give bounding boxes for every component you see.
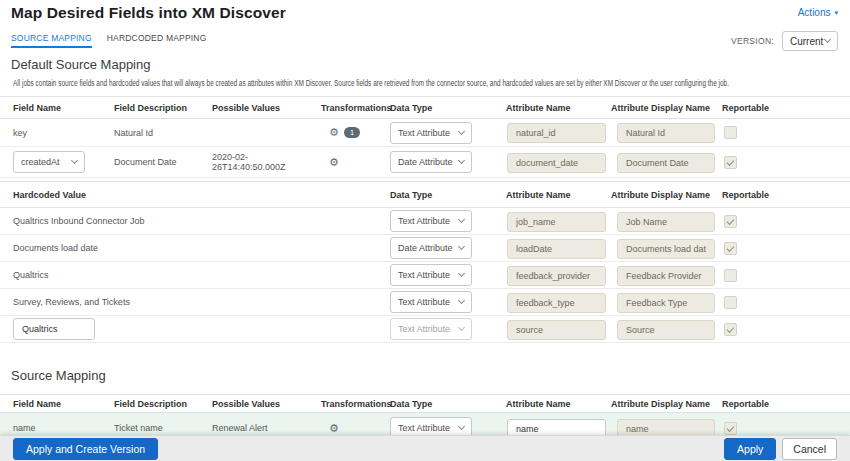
column-header-field-description: Field Description xyxy=(114,399,212,409)
hardcoded-value: Documents load date xyxy=(13,243,390,253)
apply-and-create-version-button[interactable]: Apply and Create Version xyxy=(13,438,158,460)
column-header-transformations: Transformations xyxy=(321,103,390,113)
field-description-value: Ticket name xyxy=(114,423,212,433)
table-row: Text Attribute xyxy=(0,316,850,343)
transformation-count-badge: 1 xyxy=(344,127,360,138)
chevron-down-icon xyxy=(71,157,78,164)
attribute-display-name-input xyxy=(617,123,715,143)
transformations-cell: ⚙ xyxy=(321,157,390,168)
page: Map Desired Fields into XM Discover Acti… xyxy=(0,0,850,461)
attribute-name-input xyxy=(507,239,606,259)
chevron-down-icon xyxy=(458,297,465,304)
actions-menu-button[interactable]: Actions ▾ xyxy=(798,7,838,18)
data-type-select[interactable]: Text Attribute xyxy=(390,291,472,313)
tabbar: SOURCE MAPPING HARDCODED MAPPING xyxy=(11,30,206,48)
source-mapping-header-row: Field Name Field Description Possible Va… xyxy=(0,394,850,413)
hardcoded-value-input[interactable] xyxy=(13,318,95,340)
table-row: Qualtrics Text Attribute xyxy=(0,262,850,289)
table-row: Survey, Reviews, and Tickets Text Attrib… xyxy=(0,289,850,316)
data-type-value: Text Attribute xyxy=(398,270,450,280)
chevron-down-icon xyxy=(824,36,831,43)
reportable-checkbox xyxy=(724,126,737,139)
column-header-possible-values: Possible Values xyxy=(212,103,321,113)
column-header-transformations: Transformations xyxy=(321,399,390,409)
page-title: Map Desired Fields into XM Discover xyxy=(11,4,286,22)
apply-button[interactable]: Apply xyxy=(724,438,776,460)
data-type-select[interactable]: Text Attribute xyxy=(390,122,472,144)
attribute-name-input xyxy=(507,212,606,232)
attribute-display-name-input xyxy=(617,153,715,173)
chevron-down-icon xyxy=(458,324,465,331)
tab-hardcoded-mapping[interactable]: HARDCODED MAPPING xyxy=(107,33,207,48)
reportable-checkbox xyxy=(724,422,737,435)
version-label: VERSION: xyxy=(731,36,774,46)
chevron-down-icon xyxy=(458,157,465,164)
actions-label: Actions xyxy=(798,7,831,18)
field-name-value: createdAt xyxy=(21,157,60,167)
data-type-select[interactable]: Date Attribute xyxy=(390,237,472,259)
data-type-select[interactable]: Date Attribute xyxy=(390,151,472,173)
column-header-data-type: Data Type xyxy=(390,399,506,409)
data-type-value: Date Attribute xyxy=(398,243,453,253)
data-type-value: Text Attribute xyxy=(398,128,450,138)
data-type-select[interactable]: Text Attribute xyxy=(390,210,472,232)
column-header-attribute-name: Attribute Name xyxy=(506,399,611,409)
default-mapping-table: Field Name Field Description Possible Va… xyxy=(0,96,850,178)
column-header-field-description: Field Description xyxy=(114,103,212,113)
column-header-attribute-display-name: Attribute Display Name xyxy=(611,103,722,113)
data-type-value: Text Attribute xyxy=(398,297,450,307)
reportable-checkbox xyxy=(724,296,737,309)
attribute-name-input xyxy=(507,320,606,340)
attribute-display-name-input xyxy=(617,293,715,313)
possible-values-value: Renewal Alert xyxy=(212,423,321,433)
version-select[interactable]: Current xyxy=(782,31,838,51)
column-header-attribute-display-name: Attribute Display Name xyxy=(611,399,722,409)
reportable-checkbox xyxy=(724,323,737,336)
field-description-value: Document Date xyxy=(114,157,212,167)
footer-right-buttons: Apply Cancel xyxy=(724,438,837,460)
data-type-select: Text Attribute xyxy=(390,318,472,340)
field-name-value: name xyxy=(13,423,114,433)
default-mapping-description: All jobs contain source fields and hardc… xyxy=(13,78,649,88)
hardcoded-value: Survey, Reviews, and Tickets xyxy=(13,297,390,307)
caret-down-icon: ▾ xyxy=(834,9,838,17)
chevron-down-icon xyxy=(458,270,465,277)
data-type-value: Date Attribute xyxy=(398,157,453,167)
default-mapping-heading: Default Source Mapping xyxy=(11,57,150,72)
hardcoded-header-row: Hardcoded Value Data Type Attribute Name… xyxy=(0,181,850,208)
tab-source-mapping[interactable]: SOURCE MAPPING xyxy=(11,33,92,48)
column-header-hardcoded-value: Hardcoded Value xyxy=(13,190,390,200)
column-header-possible-values: Possible Values xyxy=(212,399,321,409)
attribute-name-input xyxy=(507,266,606,286)
chevron-down-icon xyxy=(458,423,465,430)
hardcoded-mapping-table: Hardcoded Value Data Type Attribute Name… xyxy=(0,181,850,343)
table-row: createdAt Document Date 2020-02-26T14:40… xyxy=(0,147,850,178)
default-mapping-header-row: Field Name Field Description Possible Va… xyxy=(0,96,850,119)
gear-icon[interactable]: ⚙ xyxy=(329,127,339,138)
data-type-select[interactable]: Text Attribute xyxy=(390,264,472,286)
column-header-field-name: Field Name xyxy=(13,399,114,409)
hardcoded-value: Qualtrics xyxy=(13,270,390,280)
field-description-value: Natural Id xyxy=(114,128,212,138)
field-name-value: key xyxy=(13,128,114,138)
reportable-checkbox xyxy=(724,215,737,228)
cancel-button[interactable]: Cancel xyxy=(782,438,837,460)
chevron-down-icon xyxy=(458,243,465,250)
column-header-attribute-display-name: Attribute Display Name xyxy=(611,190,722,200)
attribute-display-name-input xyxy=(617,239,715,259)
transformations-cell: ⚙ 1 xyxy=(321,127,390,138)
attribute-display-name-input xyxy=(617,266,715,286)
gear-icon[interactable]: ⚙ xyxy=(329,423,339,434)
table-row: Qualtrics Inbound Connector Job Text Att… xyxy=(0,208,850,235)
source-mapping-heading: Source Mapping xyxy=(11,368,106,383)
table-row: Documents load date Date Attribute xyxy=(0,235,850,262)
data-type-value: Text Attribute xyxy=(398,216,450,226)
reportable-checkbox xyxy=(724,242,737,255)
column-header-attribute-name: Attribute Name xyxy=(506,190,611,200)
column-header-reportable: Reportable xyxy=(722,103,837,113)
field-name-select[interactable]: createdAt xyxy=(13,151,85,173)
attribute-name-input xyxy=(507,153,606,173)
column-header-field-name: Field Name xyxy=(13,103,114,113)
column-header-reportable: Reportable xyxy=(722,399,837,409)
gear-icon[interactable]: ⚙ xyxy=(329,157,339,168)
